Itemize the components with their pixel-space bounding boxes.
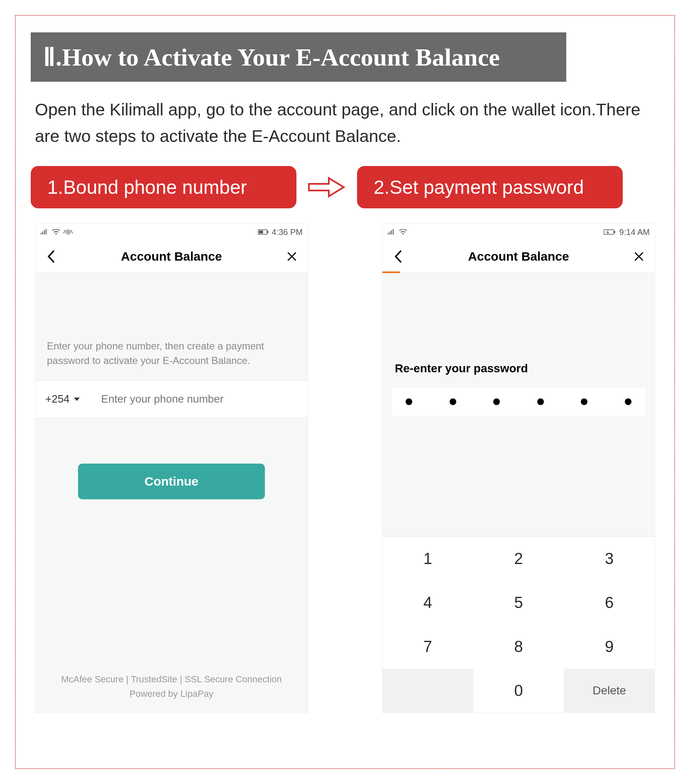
battery-charging-icon [604,229,616,235]
phone-input-row: +254 [35,381,308,418]
status-time: 4:36 PM [272,227,303,237]
footer-trust-lines: McAfee Secure | TrustedSite | SSL Secure… [35,672,308,713]
svg-rect-6 [614,231,615,233]
status-bar: 9:14 AM [382,224,655,240]
nav-title: Account Balance [121,249,222,264]
keypad-blank [382,669,473,713]
keypad-key-2[interactable]: 2 [473,537,564,581]
nav-title: Account Balance [468,249,569,264]
password-dots [391,388,646,416]
phone-screen-1: 4:36 PM Account Balance [35,223,308,713]
keypad-key-9[interactable]: 9 [564,625,655,669]
close-button[interactable] [284,248,300,265]
step-1-label: 1.Bound phone number [47,176,247,198]
nav-bar: Account Balance [382,240,655,273]
wifi-icon [52,229,60,235]
svg-point-1 [67,231,69,233]
keypad-key-5[interactable]: 5 [473,581,564,625]
battery-icon [258,229,269,235]
instruction-text: Enter your phone number, then create a p… [35,273,308,381]
footer-line-2: Powered by LipaPay [44,686,299,701]
password-dot [581,398,587,405]
phone-screen-2: 9:14 AM Account Balance [382,223,655,713]
country-code-value: +254 [45,393,70,405]
svg-rect-3 [259,231,263,234]
status-bar: 4:36 PM [35,224,308,240]
password-prompt: Re-enter your password [382,273,655,388]
chevron-down-icon [74,398,80,401]
status-time: 9:14 AM [619,227,650,237]
continue-button[interactable]: Continue [78,464,265,499]
step-1-pill: 1.Bound phone number [31,166,296,208]
keypad-key-3[interactable]: 3 [564,537,655,581]
close-icon [634,252,644,261]
keypad-key-0[interactable]: 0 [473,669,564,713]
wifi-icon [399,229,407,235]
screenshots-row: 4:36 PM Account Balance [35,223,659,713]
keypad-key-6[interactable]: 6 [564,581,655,625]
steps-row: 1.Bound phone number 2.Set payment passw… [31,166,659,208]
svg-rect-4 [267,231,269,233]
nav-bar: Account Balance [35,240,308,273]
continue-button-label: Continue [144,474,198,488]
signal-icon [40,229,49,235]
footer-line-1: McAfee Secure | TrustedSite | SSL Secure… [44,672,299,686]
chevron-left-icon [394,250,403,263]
back-button[interactable] [390,248,406,265]
step-2-label: 2.Set payment password [374,176,584,198]
keypad-key-7[interactable]: 7 [382,625,473,669]
signal-icon [387,229,396,235]
keypad-key-8[interactable]: 8 [473,625,564,669]
keypad-key-4[interactable]: 4 [382,581,473,625]
keypad-delete[interactable]: Delete [564,669,655,713]
close-button[interactable] [631,248,647,265]
chevron-left-icon [46,250,56,263]
arrow-right-icon [308,176,345,199]
keypad-key-1[interactable]: 1 [382,537,473,581]
intro-paragraph: Open the Kilimall app, go to the account… [35,97,655,149]
password-dot [450,398,456,405]
password-dot [537,398,544,405]
close-icon [287,252,297,261]
password-dot [625,398,631,405]
numeric-keypad: 1234567890Delete [382,536,655,713]
country-code-selector[interactable]: +254 [45,393,91,405]
progress-indicator [382,271,400,273]
password-dot [406,398,412,405]
section-heading: Ⅱ.How to Activate Your E-Account Balance [31,32,566,82]
camera-icon [64,229,73,235]
step-2-pill: 2.Set payment password [357,166,623,208]
svg-rect-5 [604,230,614,234]
back-button[interactable] [43,248,59,265]
section-heading-text: Ⅱ.How to Activate Your E-Account Balance [43,42,500,72]
phone-number-input[interactable] [91,392,298,406]
password-dot [493,398,500,405]
